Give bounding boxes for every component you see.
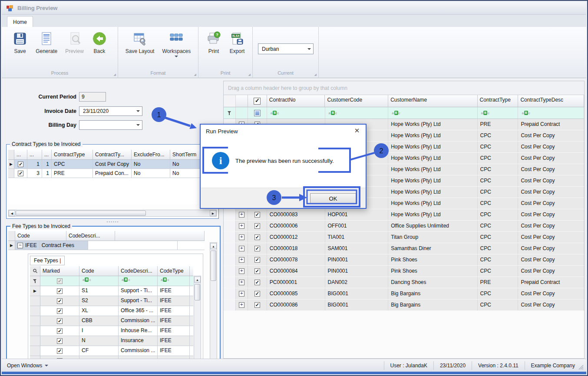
dialog-launcher-icon[interactable]: ◢ bbox=[248, 73, 251, 76]
marked-cell[interactable]: ✓ bbox=[40, 306, 79, 316]
abc-filter-icon[interactable]: aBc bbox=[160, 277, 187, 282]
table-row[interactable]: ✓31PREPrepaid Con...NoNo bbox=[8, 169, 217, 178]
expand-icon[interactable]: + bbox=[239, 223, 244, 229]
checkbox[interactable]: ✓ bbox=[254, 257, 260, 263]
abc-filter-icon[interactable]: aBc bbox=[480, 111, 489, 115]
checked-cell[interactable]: ✓ bbox=[248, 277, 267, 288]
abc-filter-icon[interactable]: aBc bbox=[391, 111, 400, 115]
checked-cell[interactable]: ✓ bbox=[248, 266, 267, 277]
checkbox[interactable]: ✓ bbox=[18, 162, 23, 167]
checkbox[interactable]: ✓ bbox=[57, 348, 63, 354]
marked-cell[interactable]: ✓ bbox=[14, 169, 27, 178]
table-row[interactable]: +✓CO0000012TIA001Titan GroupCPCCost Per … bbox=[224, 232, 584, 243]
checkbox[interactable]: ✓ bbox=[254, 234, 260, 240]
column-header[interactable]: CodeDescri... bbox=[66, 231, 115, 241]
filter-cell[interactable] bbox=[236, 107, 248, 119]
filter-edit-icon[interactable] bbox=[30, 276, 40, 286]
indeterminate-checkbox[interactable] bbox=[254, 110, 261, 116]
current-period-field[interactable]: 9 bbox=[79, 92, 106, 102]
checkbox[interactable]: ✓ bbox=[57, 278, 63, 284]
abc-filter-icon[interactable]: aBc bbox=[270, 111, 279, 115]
checkbox[interactable]: ✓ bbox=[57, 338, 63, 344]
abc-filter-icon[interactable]: aBc bbox=[521, 111, 530, 115]
column-header[interactable]: Code bbox=[79, 266, 119, 276]
column-header[interactable]: ContractTy... bbox=[93, 150, 132, 159]
expand-cell[interactable]: + bbox=[236, 277, 248, 288]
checkbox[interactable]: ✓ bbox=[18, 171, 23, 176]
checkbox[interactable]: ✓ bbox=[57, 298, 63, 304]
select-all-checkbox[interactable]: ✓ bbox=[248, 95, 267, 107]
checked-cell[interactable]: ✓ bbox=[248, 232, 267, 243]
table-row[interactable]: ▶✓S1Support - Ti...IFEE bbox=[30, 286, 193, 296]
checkbox[interactable]: ✓ bbox=[254, 246, 260, 251]
column-header[interactable]: ExcludeFro... bbox=[132, 150, 170, 159]
marked-cell[interactable]: ✓ bbox=[40, 286, 79, 296]
checkbox[interactable]: ✓ bbox=[254, 280, 260, 285]
export-button[interactable]: XLSX Export bbox=[226, 30, 248, 55]
dialog-launcher-icon[interactable]: ◢ bbox=[194, 73, 196, 76]
table-row[interactable]: ✓CBBCommission ...IFEE bbox=[30, 316, 193, 326]
checked-cell[interactable]: ✓ bbox=[248, 300, 267, 310]
column-header[interactable]: CustomerName bbox=[388, 95, 477, 107]
table-row[interactable]: +✓CO0000078PIN0001Pink ShoesCPCCost Per … bbox=[224, 254, 584, 266]
group-by-panel[interactable]: Drag a column header here to group by th… bbox=[224, 81, 584, 95]
ok-button[interactable]: OK bbox=[310, 193, 356, 204]
expand-icon[interactable]: + bbox=[239, 212, 244, 218]
checkbox[interactable]: ✓ bbox=[57, 288, 63, 294]
contract-types-hscrollbar[interactable]: ◀ ▶ bbox=[8, 210, 217, 217]
dialog-launcher-icon[interactable]: ◢ bbox=[114, 73, 116, 76]
filter-cell[interactable]: aBc bbox=[325, 107, 389, 119]
fee-detail-tab[interactable]: Fee Types | bbox=[30, 256, 65, 265]
chevron-down-icon[interactable] bbox=[134, 107, 142, 115]
checkbox[interactable]: ✓ bbox=[57, 318, 63, 324]
filter-cell[interactable]: aBc bbox=[478, 107, 519, 119]
fee-code-cell[interactable]: −IFEE bbox=[15, 241, 40, 250]
column-header[interactable]: CodeType bbox=[158, 266, 190, 276]
column-header[interactable]: ... bbox=[14, 150, 27, 159]
checkbox[interactable]: ✓ bbox=[254, 268, 260, 274]
table-row[interactable]: +✓CO0000018SAM001Samanthas DinerCPCCost … bbox=[224, 243, 584, 254]
checkbox[interactable]: ✓ bbox=[254, 212, 260, 218]
table-row[interactable]: +✓PC0000001DAN002Dancing ShoesPREPrepaid… bbox=[224, 277, 584, 288]
tab-home[interactable]: Home bbox=[7, 16, 33, 27]
filter-cell[interactable]: aBc bbox=[518, 107, 584, 119]
back-button[interactable]: Back bbox=[89, 30, 110, 55]
filter-cell[interactable]: aBc bbox=[158, 276, 190, 286]
checked-cell[interactable]: ✓ bbox=[248, 243, 267, 254]
column-header[interactable]: Code bbox=[15, 231, 66, 241]
scroll-left-icon[interactable]: ◀ bbox=[9, 210, 15, 216]
marked-cell[interactable]: ✓ bbox=[14, 160, 27, 168]
table-row[interactable]: ✓S2Support - Ti...IFEE bbox=[30, 296, 193, 306]
marked-cell[interactable]: ✓ bbox=[40, 296, 79, 306]
checked-cell[interactable]: ✓ bbox=[248, 254, 267, 265]
collapse-icon[interactable]: − bbox=[17, 243, 23, 248]
workspaces-button[interactable]: Workspaces bbox=[159, 30, 194, 58]
column-header[interactable]: ... bbox=[27, 150, 42, 159]
checked-cell[interactable]: ✓ bbox=[248, 209, 267, 220]
expand-cell[interactable]: + bbox=[236, 254, 248, 265]
print-button[interactable]: ? Print bbox=[203, 30, 225, 55]
checked-cell[interactable]: ✓ bbox=[248, 288, 267, 299]
abc-filter-icon[interactable]: aBc bbox=[328, 111, 337, 115]
checked-cell[interactable]: ✓ bbox=[248, 221, 267, 231]
column-header[interactable]: ContractTypeDesc bbox=[518, 95, 584, 107]
expand-cell[interactable]: + bbox=[236, 266, 248, 277]
expand-icon[interactable]: + bbox=[239, 302, 244, 308]
filter-cell[interactable]: aBc bbox=[388, 107, 477, 119]
expand-cell[interactable]: + bbox=[236, 300, 248, 310]
chevron-down-icon[interactable] bbox=[134, 121, 142, 129]
abc-filter-icon[interactable]: aBc bbox=[121, 277, 155, 282]
column-header[interactable]: CustomerCode bbox=[325, 95, 388, 107]
scroll-up-icon[interactable]: ▲ bbox=[194, 277, 201, 283]
checkbox[interactable]: ✓ bbox=[57, 308, 63, 314]
expand-cell[interactable]: + bbox=[236, 209, 248, 220]
filter-cell[interactable]: aBc bbox=[267, 107, 325, 119]
column-header[interactable]: CodeDescri... bbox=[119, 266, 158, 276]
splitter-handle[interactable]: •••••• bbox=[100, 220, 126, 224]
save-layout-button[interactable]: Save Layout bbox=[122, 30, 158, 58]
filter-edit-icon[interactable] bbox=[224, 107, 236, 119]
marked-cell[interactable]: ✓ bbox=[40, 326, 79, 336]
expand-icon[interactable]: + bbox=[239, 280, 244, 285]
abc-filter-icon[interactable]: aBc bbox=[82, 277, 116, 282]
table-row[interactable]: +✓CO0000085BIG0001Big BargainsCPCCost Pe… bbox=[224, 288, 584, 300]
